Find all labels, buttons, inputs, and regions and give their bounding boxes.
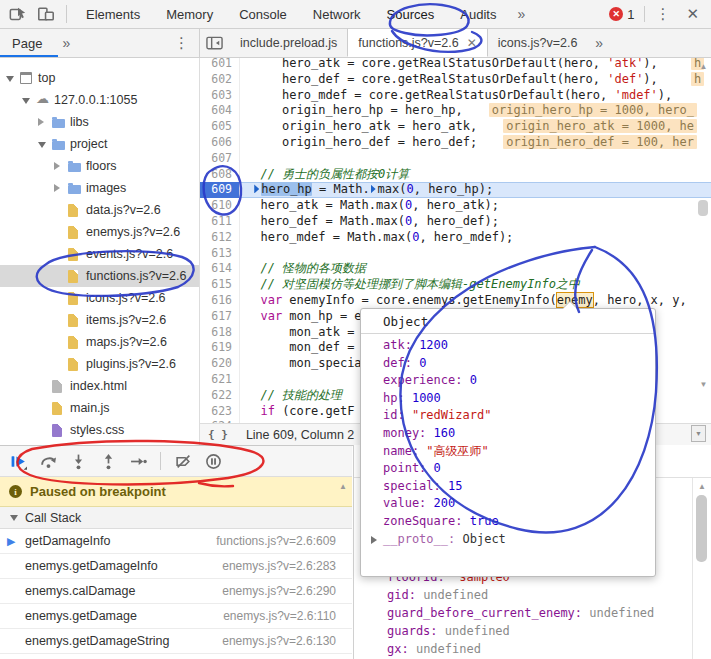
- panel-tab-elements[interactable]: Elements: [73, 0, 153, 28]
- expanded-arrow-icon[interactable]: [22, 98, 30, 104]
- tree-item-functions-js-v-2-6[interactable]: functions.js?v=2.6: [0, 265, 199, 287]
- tree-item-data-js-v-2-6[interactable]: data.js?v=2.6: [0, 199, 199, 221]
- call-stack-frame-getdamageinfo[interactable]: ▶getDamageInfofunctions.js?v=2.6:609: [0, 529, 352, 554]
- step-over-button[interactable]: [38, 451, 58, 471]
- line-number-605[interactable]: 605: [200, 119, 232, 135]
- left-panel-scroll-up-icon[interactable]: ▲: [339, 482, 347, 491]
- expanded-arrow-icon[interactable]: [6, 76, 14, 82]
- scope-variable-guard-before-current-enemy[interactable]: guard_before_current_enemy: undefined: [387, 604, 654, 622]
- line-number-621[interactable]: 621: [200, 372, 232, 388]
- editor-scroll-up-icon[interactable]: ▲: [697, 62, 710, 71]
- line-number-612[interactable]: 612: [200, 230, 232, 246]
- close-tab-icon[interactable]: ✕: [467, 36, 477, 50]
- tree-item-project[interactable]: project: [0, 133, 199, 155]
- tree-item-items-js-v-2-6[interactable]: items.js?v=2.6: [0, 309, 199, 331]
- js-icon: [68, 314, 78, 327]
- call-stack-header[interactable]: Call Stack: [0, 507, 352, 529]
- tree-item-127-0-0-1-1055[interactable]: ☁127.0.0.1:1055: [0, 89, 199, 111]
- object-property-proto[interactable]: __proto__: Object: [383, 531, 506, 549]
- editor-vertical-scrollbar[interactable]: [698, 200, 708, 216]
- navigator-menu-icon[interactable]: ⋮: [164, 34, 199, 52]
- right-panel-scrollbar[interactable]: [696, 495, 707, 562]
- more-file-tabs-chevron[interactable]: »: [587, 35, 611, 51]
- line-number-604[interactable]: 604: [200, 103, 232, 119]
- call-stack-frame-enemys-caldamage[interactable]: enemys.calDamageenemys.js?v=2.6:290: [0, 579, 352, 604]
- panel-tab-network[interactable]: Network: [300, 0, 374, 28]
- call-stack-frame-enemys-getdamage[interactable]: enemys.getDamageenemys.js?v=2.6:110: [0, 604, 352, 629]
- scope-variable-gx[interactable]: gx: undefined: [387, 640, 481, 658]
- line-number-613[interactable]: 613: [200, 246, 232, 262]
- tree-item-top[interactable]: top: [0, 67, 199, 89]
- tree-item-floors[interactable]: floors: [0, 155, 199, 177]
- scope-variable-guards[interactable]: guards: undefined: [387, 622, 510, 640]
- navigator-more-chevron[interactable]: »: [54, 35, 78, 51]
- corner-widget-icon[interactable]: ▼: [691, 425, 706, 442]
- collapsed-arrow-icon[interactable]: [54, 162, 60, 170]
- collapsed-arrow-icon[interactable]: [38, 118, 44, 126]
- line-number-606[interactable]: 606: [200, 135, 232, 151]
- resume-button[interactable]: [8, 451, 28, 471]
- tree-item-events-js-v-2-6[interactable]: events.js?v=2.6: [0, 243, 199, 265]
- devtools-menu-icon[interactable]: ⋮: [645, 5, 680, 23]
- error-badge[interactable]: ✕ 1: [609, 7, 634, 22]
- call-stack-frame-enemys-getdamagestring[interactable]: enemys.getDamageStringenemys.js?v=2.6:13…: [0, 629, 352, 654]
- line-number-622[interactable]: 622: [200, 388, 232, 404]
- line-number-603[interactable]: 603: [200, 88, 232, 104]
- tree-item-libs[interactable]: libs: [0, 111, 199, 133]
- deactivate-breakpoints-button[interactable]: [173, 451, 193, 471]
- line-number-620[interactable]: 620: [200, 356, 232, 372]
- gutter-divider: [239, 58, 240, 423]
- file-tab-icons-js-v-2-6[interactable]: icons.js?v=2.6: [488, 29, 588, 57]
- line-number-614[interactable]: 614: [200, 261, 232, 277]
- call-stack-frame-enemys-getdamageinfo[interactable]: enemys.getDamageInfoenemys.js?v=2.6:283: [0, 554, 352, 579]
- line-number-616[interactable]: 616: [200, 293, 232, 309]
- line-number-611[interactable]: 611: [200, 214, 232, 230]
- expanded-arrow-icon[interactable]: [38, 142, 46, 148]
- tree-item-styles-css[interactable]: styles.css: [0, 419, 199, 441]
- line-number-619[interactable]: 619: [200, 340, 232, 356]
- tree-item-plugins-js-v-2-6[interactable]: plugins.js?v=2.6: [0, 353, 199, 375]
- hide-navigator-icon[interactable]: [204, 33, 224, 53]
- pause-on-exceptions-button[interactable]: [203, 451, 223, 471]
- step-into-button[interactable]: [68, 451, 88, 471]
- navigator-tab-page[interactable]: Page: [0, 36, 54, 51]
- file-tab-include-preload-js[interactable]: include.preload.js: [230, 29, 347, 57]
- panel-tab-sources[interactable]: Sources: [374, 0, 448, 28]
- tree-item-enemys-js-v-2-6[interactable]: enemys.js?v=2.6: [0, 221, 199, 243]
- tree-item-icons-js-v-2-6[interactable]: icons.js?v=2.6: [0, 287, 199, 309]
- tree-item-maps-js-v-2-6[interactable]: maps.js?v=2.6: [0, 331, 199, 353]
- line-number-609[interactable]: 609: [200, 182, 239, 198]
- panel-tab-console[interactable]: Console: [226, 0, 300, 28]
- line-number-623[interactable]: 623: [200, 404, 232, 420]
- scope-variable-gid[interactable]: gid: undefined: [387, 586, 488, 604]
- step-out-button[interactable]: [98, 451, 118, 471]
- line-number-618[interactable]: 618: [200, 325, 232, 341]
- close-devtools-icon[interactable]: ✕: [680, 5, 711, 23]
- line-number-617[interactable]: 617: [200, 309, 232, 325]
- tree-item-images[interactable]: images: [0, 177, 199, 199]
- pretty-print-icon[interactable]: { }: [208, 428, 228, 441]
- file-tab-functions-js-v-2-6[interactable]: functions.js?v=2.6✕: [347, 29, 487, 57]
- editor-scroll-down-icon[interactable]: ▼: [697, 380, 710, 389]
- panel-tab-audits[interactable]: Audits: [447, 0, 509, 28]
- inspect-element-icon[interactable]: [8, 4, 28, 24]
- tree-item-main-js[interactable]: main.js: [0, 397, 199, 419]
- line-number-602[interactable]: 602: [200, 72, 232, 88]
- step-button[interactable]: [128, 451, 148, 471]
- line-number-607[interactable]: 607: [200, 151, 232, 167]
- line-number-601[interactable]: 601: [200, 58, 232, 72]
- right-panel-scroll-up-icon[interactable]: ▲: [698, 482, 706, 491]
- line-number-608[interactable]: 608: [200, 167, 232, 183]
- code-text: max(: [378, 182, 407, 196]
- collapsed-arrow-icon[interactable]: [54, 184, 60, 192]
- tree-item-index-html[interactable]: index.html: [0, 375, 199, 397]
- panel-tab-memory[interactable]: Memory: [153, 0, 226, 28]
- device-toolbar-icon[interactable]: [36, 4, 56, 24]
- expand-arrow-icon[interactable]: [371, 536, 377, 544]
- line-number-610[interactable]: 610: [200, 198, 232, 214]
- panel-splitter[interactable]: [353, 445, 354, 659]
- more-panels-chevron[interactable]: »: [509, 6, 533, 22]
- tree-item-label: events.js?v=2.6: [86, 247, 173, 261]
- code-text: hero_atk = core.getRealStatusOrDefault(h…: [246, 58, 607, 70]
- line-number-615[interactable]: 615: [200, 277, 232, 293]
